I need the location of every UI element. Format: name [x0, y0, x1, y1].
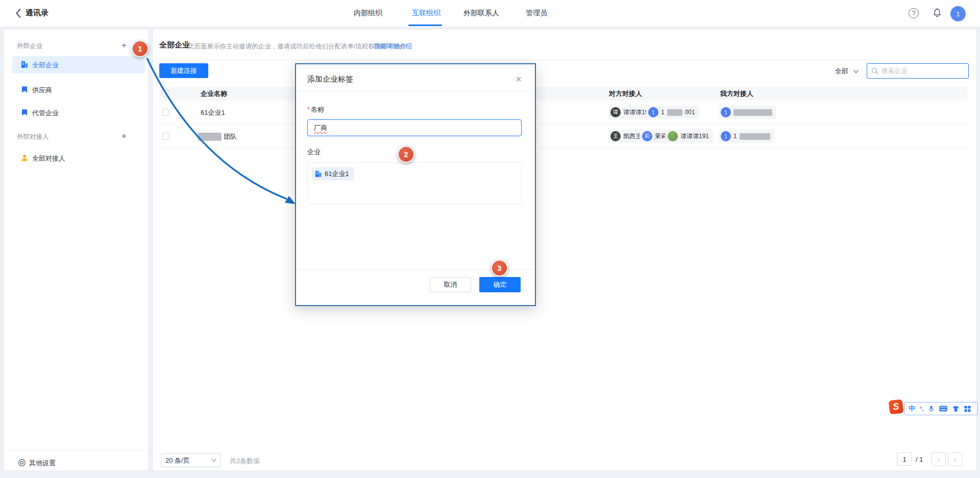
sidebar-item-managed-companies[interactable]: 代管企业 [32, 109, 59, 118]
top-bar: 通讯录 内部组织 互联组织 外部联系人 管理员 ? 1 [0, 0, 980, 27]
contact-avatar-photo [668, 131, 678, 141]
back-icon[interactable] [15, 8, 21, 18]
table-row: 61企业1 谭 谭谭谭191 1 1 001 1 [153, 100, 976, 124]
annotation-step-1: 1 [132, 40, 149, 57]
tab-admin[interactable]: 管理员 [526, 9, 547, 18]
confirm-button[interactable]: 确定 [479, 277, 521, 292]
sidebar-group-external-contacts: 外部对接人 [17, 133, 49, 141]
next-page-button[interactable]: › [948, 452, 962, 466]
ime-skin-shirt-icon[interactable] [952, 405, 960, 412]
contact-avatar: 谭 [610, 107, 621, 117]
search-icon [871, 67, 878, 74]
ime-keyboard-icon[interactable] [939, 406, 947, 412]
search-company-box[interactable] [867, 63, 969, 79]
prev-page-button[interactable]: ‹ [932, 452, 946, 466]
chevron-down-icon[interactable] [853, 70, 859, 73]
contact-name: 凯西王 [623, 132, 642, 141]
search-company-input[interactable] [881, 67, 958, 74]
column-header-their-contact: 对方对接人 [609, 89, 642, 98]
contact-chip[interactable]: 1 1 001 [646, 106, 699, 119]
user-avatar[interactable]: 1 [950, 6, 966, 21]
building-icon [21, 61, 28, 68]
tab-internal-org[interactable]: 内部组织 [354, 9, 382, 18]
redacted-text [740, 133, 770, 140]
filter-all-dropdown[interactable]: 全部 [835, 67, 848, 76]
selected-company-tag[interactable]: 61企业1 [312, 167, 354, 181]
tab-external-contacts[interactable]: 外部联系人 [463, 9, 499, 18]
page-size-select[interactable]: 20 条/页 [161, 454, 221, 467]
page-number-input[interactable]: 1 [897, 452, 912, 466]
sogou-ime-logo[interactable]: S [889, 399, 904, 415]
new-connection-button[interactable]: 新建连接 [159, 63, 208, 78]
redacted-text [667, 109, 682, 116]
sidebar-divider [4, 450, 148, 451]
dialog-header-divider [296, 91, 535, 91]
row-checkbox[interactable] [162, 133, 169, 140]
contact-chip[interactable]: 1 [719, 106, 776, 119]
column-header-our-contact: 我方对接人 [720, 89, 753, 98]
page-size-value: 20 条/页 [165, 456, 190, 465]
selected-company-name: 61企业1 [325, 169, 349, 179]
ime-punctuation-icon[interactable]: °, [920, 406, 923, 412]
page-title: 通讯录 [26, 8, 48, 18]
add-external-contact-button[interactable]: + [121, 132, 127, 140]
company-select-area[interactable]: 61企业1 [307, 162, 522, 204]
annotation-step-3: 3 [491, 260, 508, 276]
contact-name-prefix: 1 [733, 133, 737, 140]
sidebar-group-external-companies: 外部企业 [17, 42, 42, 51]
bookmark-icon [21, 109, 28, 116]
table-row: 团队 王 凯西王 莉 茉莉 谭谭谭191 ... 1 1 [153, 124, 976, 148]
contact-chip[interactable]: 1 1 [719, 130, 774, 143]
tag-name-input[interactable]: 厂商 [307, 119, 522, 136]
sidebar: 外部企业 + 全部企业 供应商 代管企业 外部对接人 + 全部对接人 其他设置 [4, 30, 148, 470]
contact-name-suffix: 001 [685, 109, 695, 116]
cancel-button[interactable]: 取消 [430, 277, 471, 292]
contact-chip[interactable]: 谭谭谭191 [666, 130, 713, 143]
chevron-down-icon [211, 459, 216, 462]
people-icon [20, 154, 29, 162]
notification-bell-icon[interactable] [932, 7, 942, 19]
section-title: 全部企业 [159, 40, 190, 50]
redacted-text [733, 109, 772, 116]
page-total-label: / 1 [916, 456, 923, 463]
contact-avatar: 王 [610, 131, 621, 141]
bookmark-icon [21, 86, 28, 93]
annotation-step-2: 2 [398, 146, 414, 163]
close-icon[interactable]: × [516, 74, 522, 84]
ime-microphone-icon[interactable] [928, 405, 935, 413]
more-contacts-ellipsis[interactable]: ... [698, 133, 705, 140]
table-header-row [159, 87, 968, 100]
active-tab-underline [408, 24, 442, 26]
sidebar-item-all-contacts[interactable]: 全部对接人 [32, 154, 65, 163]
required-asterisk: * [307, 106, 310, 113]
total-count-label: 共2条数据 [230, 457, 260, 466]
dialog-title: 添加企业标签 [307, 74, 353, 84]
main-panel: 全部企业 此页面展示你主动邀请的企业，邀请成功后给他们分配表单/流程权限即可协作… [153, 30, 976, 470]
row-checkbox[interactable] [162, 109, 169, 116]
other-settings-icon [18, 459, 26, 467]
tab-connected-org[interactable]: 互联组织 [412, 9, 440, 18]
contact-avatar: 1 [721, 107, 731, 117]
sidebar-item-other-settings[interactable]: 其他设置 [29, 459, 56, 468]
building-icon [315, 170, 322, 178]
name-field-label: *名称 [307, 105, 324, 114]
contact-avatar: 1 [721, 131, 731, 141]
contact-avatar: 1 [648, 107, 658, 117]
redacted-company-name [198, 133, 222, 141]
ime-toolbar: 中 °, [904, 402, 977, 415]
company-name-cell[interactable]: 61企业1 [201, 108, 225, 117]
sidebar-item-suppliers[interactable]: 供应商 [32, 86, 52, 95]
column-header-company-name: 企业名称 [201, 89, 227, 98]
sidebar-item-all-companies-label[interactable]: 全部企业 [32, 61, 59, 70]
select-all-checkbox[interactable] [162, 90, 169, 97]
contact-avatar: 莉 [642, 131, 652, 141]
title-divider [159, 60, 970, 60]
add-external-company-button[interactable]: + [121, 41, 127, 49]
ime-chinese-mode-icon[interactable]: 中 [909, 404, 915, 413]
feature-detail-link[interactable]: 功能详细介绍 [374, 42, 412, 51]
contact-name-prefix: 1 [661, 109, 665, 116]
ime-menu-grid-icon[interactable] [964, 406, 971, 412]
company-field-label: 企业 [307, 147, 321, 157]
help-icon[interactable]: ? [909, 8, 919, 18]
company-name-cell[interactable]: 团队 [224, 132, 237, 141]
